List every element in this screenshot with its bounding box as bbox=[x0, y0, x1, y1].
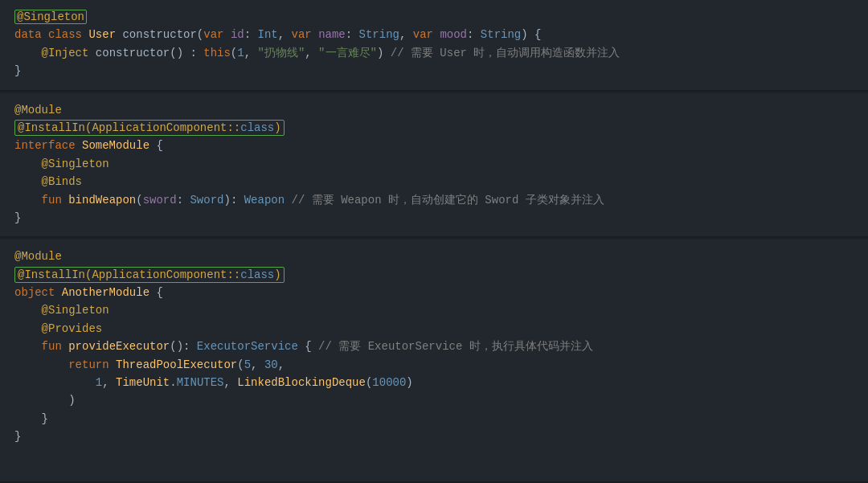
line-b2l2: @InstallIn(ApplicationComponent::class) bbox=[14, 119, 854, 137]
line-b2l3: interface SomeModule { bbox=[14, 137, 854, 154]
line-b2l4: @Singleton bbox=[14, 155, 854, 173]
line-b2l7: } bbox=[14, 209, 854, 227]
line-b3l4: @Singleton bbox=[14, 301, 854, 319]
line-b3l1: @Module bbox=[14, 248, 854, 265]
code-block-3: @Module @InstallIn(ApplicationComponent:… bbox=[0, 239, 868, 483]
annotation-singleton: @Singleton bbox=[14, 10, 87, 24]
line-b3l7: return ThreadPoolExecutor(5, 30, bbox=[14, 356, 854, 374]
code-container: @Singleton data class User constructor(v… bbox=[0, 0, 868, 483]
line-b3l8: 1, TimeUnit.MINUTES, LinkedBlockingDeque… bbox=[14, 374, 854, 391]
line-b1l1: @Singleton bbox=[14, 8, 854, 26]
line-b2l6: fun bindWeapon(sword: Sword): Weapon // … bbox=[14, 191, 854, 209]
line-b3l3: object AnotherModule { bbox=[14, 284, 854, 301]
code-block-1: @Singleton data class User constructor(v… bbox=[0, 0, 868, 92]
line-b1l4: } bbox=[14, 62, 854, 80]
line-b3l5: @Provides bbox=[14, 320, 854, 338]
line-b3l6: fun provideExecutor(): ExecutorService {… bbox=[14, 338, 854, 355]
line-b3l9: ) bbox=[14, 391, 854, 409]
line-b3l11: } bbox=[14, 428, 854, 445]
line-b2l5: @Binds bbox=[14, 173, 854, 190]
annotation-installin-3: @InstallIn(ApplicationComponent::class) bbox=[14, 267, 285, 283]
line-b2l1: @Module bbox=[14, 101, 854, 119]
line-b1l3: @Inject constructor() : this(1, "扔物线", "… bbox=[14, 44, 854, 62]
line-b1l2: data class User constructor(var id: Int,… bbox=[14, 26, 854, 43]
code-block-2: @Module @InstallIn(ApplicationComponent:… bbox=[0, 93, 868, 239]
line-b3l2: @InstallIn(ApplicationComponent::class) bbox=[14, 266, 854, 284]
line-b3l10: } bbox=[14, 410, 854, 428]
annotation-installin-2: @InstallIn(ApplicationComponent::class) bbox=[14, 120, 285, 136]
